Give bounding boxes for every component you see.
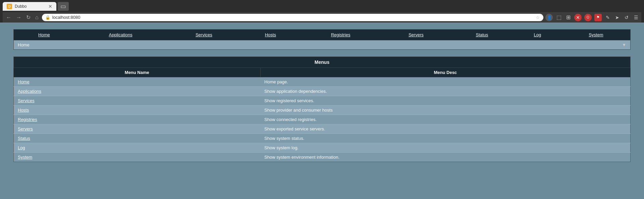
tab-bar: D Dubbo ✕ ▭ <box>3 2 641 11</box>
nav-cell-servers: Servers <box>381 30 451 40</box>
page-content: Home Applications Services Hosts Registr… <box>0 23 644 169</box>
menu-desc-cell: Home page. <box>260 77 630 87</box>
menu-name-cell: Status <box>14 134 261 143</box>
nav-link-services[interactable]: Services <box>196 32 212 37</box>
close-page-icon[interactable]: ✕ <box>574 14 582 21</box>
opera-icon[interactable]: O <box>584 14 592 21</box>
extensions-icon[interactable]: ⬚ <box>555 14 562 21</box>
menu-link-home[interactable]: Home <box>18 79 30 84</box>
menu-desc-cell: Show connected registries. <box>260 115 630 124</box>
menu-icon[interactable]: ☰ <box>633 14 639 21</box>
nav-cell-home: Home <box>14 30 74 40</box>
menu-link-system[interactable]: System <box>18 155 32 160</box>
nav-link-status[interactable]: Status <box>476 32 488 37</box>
menus-title-row: Menus <box>14 57 631 68</box>
menu-name-cell: System <box>14 153 261 162</box>
tab-title: Dubbo <box>15 4 26 9</box>
new-tab-button[interactable]: ▭ <box>58 2 69 11</box>
table-row: LogShow system log. <box>14 143 631 153</box>
tab-favicon: D <box>7 4 12 9</box>
nav-link-registries[interactable]: Registries <box>331 32 351 37</box>
menu-name-cell: Services <box>14 96 261 106</box>
nav-cell-applications: Applications <box>74 30 167 40</box>
browser-toolbar: ← → ↻ ⌂ 🔒 ☆ 👤 ⬚ ⊞ ✕ O ⚑ ✎ ➤ ↺ ☰ <box>3 12 641 23</box>
sync-icon[interactable]: ↺ <box>623 14 630 21</box>
nav-link-system[interactable]: System <box>589 32 603 37</box>
menu-desc-cell: Show system environment information. <box>260 153 630 162</box>
breadcrumb-cell: Home ▼ <box>14 40 631 50</box>
address-input[interactable] <box>52 15 534 20</box>
nav-link-applications[interactable]: Applications <box>109 32 132 37</box>
nav-link-log[interactable]: Log <box>534 32 541 37</box>
menu-link-services[interactable]: Services <box>18 98 35 103</box>
flag-icon[interactable]: ⚑ <box>594 14 602 21</box>
close-tab-button[interactable]: ✕ <box>48 4 52 9</box>
menu-desc-cell: Show exported service servers. <box>260 124 630 134</box>
table-row: RegistriesShow connected registries. <box>14 115 631 124</box>
menus-title: Menus <box>14 57 631 68</box>
menus-table: Menus Menu Name Menu Desc HomeHome page.… <box>13 56 631 162</box>
table-row: ServicesShow registered services. <box>14 96 631 106</box>
menus-body: HomeHome page.ApplicationsShow applicati… <box>14 77 631 162</box>
toolbar-icons: 👤 ⬚ ⊞ ✕ O ⚑ ✎ ➤ ↺ ☰ <box>545 14 639 21</box>
table-row: SystemShow system environment informatio… <box>14 153 631 162</box>
browser-chrome: D Dubbo ✕ ▭ ← → ↻ ⌂ 🔒 ☆ 👤 ⬚ ⊞ ✕ O ⚑ ✎ ➤ … <box>0 0 644 23</box>
reload-button[interactable]: ↻ <box>25 13 32 21</box>
home-button[interactable]: ⌂ <box>34 14 40 21</box>
edit-icon[interactable]: ✎ <box>604 14 611 21</box>
profile-icon[interactable]: 👤 <box>545 14 553 21</box>
nav-link-home[interactable]: Home <box>38 32 50 37</box>
nav-link-servers[interactable]: Servers <box>409 32 424 37</box>
nav-link-row: Home Applications Services Hosts Registr… <box>14 30 631 40</box>
table-row: HostsShow provider and consumer hosts <box>14 106 631 115</box>
menu-link-log[interactable]: Log <box>18 145 25 150</box>
menu-link-registries[interactable]: Registries <box>18 117 37 122</box>
nav-cell-status: Status <box>451 30 513 40</box>
menu-name-cell: Home <box>14 77 261 87</box>
menu-name-cell: Hosts <box>14 106 261 115</box>
breadcrumb-row: Home ▼ <box>14 40 631 50</box>
menu-link-applications[interactable]: Applications <box>18 89 41 94</box>
arrow-icon[interactable]: ➤ <box>614 14 621 21</box>
nav-link-hosts[interactable]: Hosts <box>265 32 276 37</box>
nav-cell-services: Services <box>167 30 241 40</box>
table-row: ServersShow exported service servers. <box>14 124 631 134</box>
nav-cell-registries: Registries <box>300 30 381 40</box>
extensions2-icon[interactable]: ⊞ <box>565 14 572 21</box>
forward-button[interactable]: → <box>15 14 23 21</box>
menu-link-status[interactable]: Status <box>18 136 30 141</box>
address-bar-container: 🔒 ☆ <box>42 14 543 21</box>
table-row: HomeHome page. <box>14 77 631 87</box>
nav-cell-system: System <box>562 30 631 40</box>
menu-name-cell: Log <box>14 143 261 153</box>
menu-desc-cell: Show provider and consumer hosts <box>260 106 630 115</box>
menu-name-cell: Applications <box>14 87 261 96</box>
menu-desc-cell: Show system log. <box>260 143 630 153</box>
back-button[interactable]: ← <box>5 14 13 21</box>
table-row: ApplicationsShow application dependencie… <box>14 87 631 96</box>
active-tab[interactable]: D Dubbo ✕ <box>3 2 56 11</box>
security-icon: 🔒 <box>45 15 50 20</box>
breadcrumb-text: Home <box>18 42 30 47</box>
col-header-name: Menu Name <box>14 68 261 77</box>
nav-table: Home Applications Services Hosts Registr… <box>13 29 631 50</box>
breadcrumb-arrow: ▼ <box>622 42 626 47</box>
menu-name-cell: Servers <box>14 124 261 134</box>
menu-link-servers[interactable]: Servers <box>18 126 33 131</box>
menu-desc-cell: Show system status. <box>260 134 630 143</box>
nav-cell-hosts: Hosts <box>241 30 300 40</box>
menus-col-header-row: Menu Name Menu Desc <box>14 68 631 77</box>
menu-desc-cell: Show application dependencies. <box>260 87 630 96</box>
bookmark-icon[interactable]: ☆ <box>536 15 540 20</box>
col-header-desc: Menu Desc <box>260 68 630 77</box>
menu-name-cell: Registries <box>14 115 261 124</box>
menu-link-hosts[interactable]: Hosts <box>18 108 29 113</box>
table-row: StatusShow system status. <box>14 134 631 143</box>
nav-cell-log: Log <box>513 30 562 40</box>
menu-desc-cell: Show registered services. <box>260 96 630 106</box>
